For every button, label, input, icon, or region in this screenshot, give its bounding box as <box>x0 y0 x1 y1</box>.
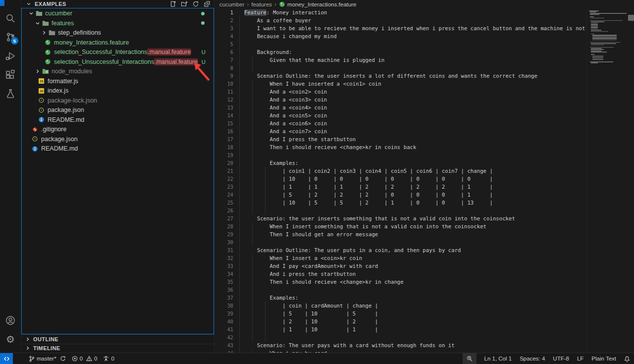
tree-item-step-definitions[interactable]: step_definitions <box>22 28 213 38</box>
code-line: 29 Then I should get an error message <box>214 230 586 238</box>
breadcrumb-item[interactable]: money_Interactions.feature <box>279 1 356 7</box>
line-number: 21 <box>214 168 233 174</box>
code-line: 19 <box>214 151 586 159</box>
run-debug-icon[interactable] <box>0 47 21 65</box>
tree-item-formatter-js[interactable]: JSformatter.js <box>22 76 213 86</box>
outline-section-header[interactable]: OUTLINE <box>21 334 214 343</box>
cursor-position[interactable]: Ln 1, Col 1 <box>480 353 516 364</box>
timeline-section-header[interactable]: TIMELINE <box>21 344 214 353</box>
tree-item-package-json[interactable]: package.json <box>22 105 213 115</box>
minimap-line <box>592 58 604 59</box>
indent-guide <box>239 349 240 353</box>
chevron-down-icon[interactable] <box>28 10 35 17</box>
indent-guide <box>239 119 240 127</box>
minimap-line <box>591 18 604 19</box>
line-number: 39 <box>214 311 233 316</box>
new-folder-icon[interactable] <box>180 0 188 8</box>
accounts-icon[interactable] <box>0 311 21 330</box>
eol-sequence[interactable]: LF <box>573 353 587 364</box>
tree-item-cucumber[interactable]: cucumber <box>22 8 213 18</box>
word-highlight: Feature <box>244 9 266 16</box>
search-icon[interactable] <box>0 9 21 28</box>
indent-guide <box>265 317 265 325</box>
collapse-folders-icon[interactable] <box>203 0 211 8</box>
tree-item-selection-successful-interactions[interactable]: selection_Successful_Interactions.manual… <box>22 47 213 57</box>
chevron-right-icon[interactable] <box>34 68 41 75</box>
tree-item-package-lock-json[interactable]: package-lock.json <box>22 96 213 105</box>
indent-guide <box>252 104 253 111</box>
tree-item-index-js[interactable]: JSindex.js <box>22 86 213 96</box>
code-text: | 5 | 10 | 5 | <box>233 311 378 317</box>
minimap-line <box>591 48 602 49</box>
scm-changes-badge: 5 <box>11 37 18 45</box>
source-control-icon[interactable]: 5 <box>0 28 21 47</box>
refresh-explorer-icon[interactable] <box>192 0 200 8</box>
chevron-right-icon[interactable] <box>41 29 48 36</box>
breadcrumb-item[interactable]: cucumber <box>219 1 245 7</box>
timeline-section-label: TIMELINE <box>33 345 60 351</box>
zoom-icon <box>467 356 473 362</box>
code-text: As a coffee buyer <box>233 17 311 24</box>
code-line: 25 | 10 | 5 | 5 | 2 | 1 | 0 | 0 | 13 | <box>214 199 586 207</box>
line-number: 27 <box>214 216 233 221</box>
indent-guide <box>239 127 240 135</box>
minimap-line <box>591 34 594 35</box>
tree-item-selection-unsuccessful-interactions[interactable]: selection_Unsuccessful_Interactions.manu… <box>22 57 213 67</box>
explorer-section-header[interactable]: EXAMPLES <box>21 0 214 8</box>
indent-guide <box>252 143 253 151</box>
minimap-line <box>592 55 604 56</box>
indent-guide <box>239 48 240 56</box>
code-line: 34 And i press the startbutton <box>214 270 586 278</box>
line-number: 34 <box>214 271 233 277</box>
code-line: 9 Scenario Outline: the user inserts a l… <box>214 72 586 80</box>
indent-guide <box>252 56 253 64</box>
breadcrumb-label: cucumber <box>219 1 245 7</box>
svg-text:JS: JS <box>40 80 43 83</box>
minimap-line <box>591 29 598 30</box>
tree-item--gitignore[interactable]: .gitignore <box>22 124 213 134</box>
new-file-icon[interactable] <box>169 0 177 8</box>
breadcrumb-separator-icon: › <box>247 1 249 8</box>
tree-item-features[interactable]: features <box>22 18 213 28</box>
line-number: 26 <box>214 208 233 213</box>
cucumber-file-icon <box>279 1 285 7</box>
breadcrumb-item[interactable]: features <box>252 1 272 7</box>
code-area[interactable]: 1Feature: Money interaction2 As a coffee… <box>214 8 586 353</box>
problems[interactable]: 00 <box>69 353 101 364</box>
indent-guide <box>252 183 253 191</box>
tree-item-readme-md[interactable]: README.md <box>22 144 213 154</box>
code-line: 6 Background: <box>214 48 586 56</box>
line-number: 16 <box>214 129 233 134</box>
minimap[interactable] <box>586 8 628 353</box>
file-label: package.json <box>48 106 84 113</box>
indent-guide <box>239 151 240 159</box>
line-number: 12 <box>214 97 233 103</box>
settings-icon[interactable]: ⚙ <box>0 330 21 349</box>
tree-item-readme-md[interactable]: README.md <box>22 115 213 125</box>
indent-guide <box>239 310 240 317</box>
encoding[interactable]: UTF-8 <box>549 353 573 364</box>
svg-text:JS: JS <box>40 90 43 93</box>
chevron-down-icon[interactable] <box>34 20 41 27</box>
zoom-control[interactable] <box>463 353 476 364</box>
extensions-icon[interactable] <box>0 65 21 84</box>
indent-guide <box>239 32 240 40</box>
indent-guide <box>252 64 253 72</box>
indentation[interactable]: Spaces: 4 <box>516 353 549 364</box>
testing-icon[interactable] <box>0 84 21 103</box>
tree-item-node-modules[interactable]: node_modules <box>22 66 213 76</box>
scrollbar[interactable] <box>628 8 634 353</box>
notifications[interactable] <box>620 353 634 364</box>
tree-item-package-json[interactable]: package.json <box>22 134 213 144</box>
language-mode[interactable]: Plain Text <box>587 353 620 364</box>
line-number: 13 <box>214 105 233 110</box>
minimap-line <box>591 62 598 63</box>
tree-item-money-interactions-feature[interactable]: money_Interactions.feature <box>22 38 213 48</box>
line-number: 24 <box>214 192 233 198</box>
remote-indicator[interactable] <box>0 353 13 364</box>
indent-guide <box>239 64 240 72</box>
file-label: selection_Unsuccessful_Interactions <box>54 58 154 65</box>
ports-forwarded[interactable]: 0 <box>100 353 117 364</box>
git-branch[interactable]: master* <box>26 353 69 364</box>
indent-guide <box>252 325 253 333</box>
